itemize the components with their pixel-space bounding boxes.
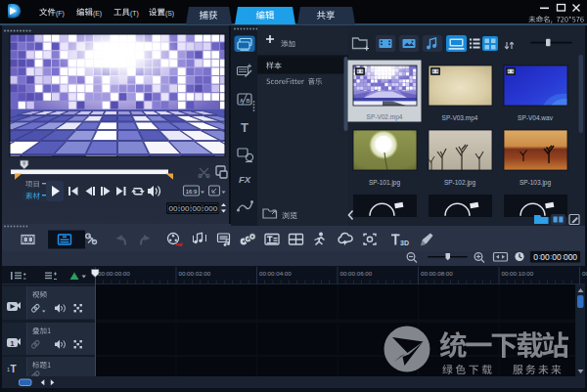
svg-text::: :: [538, 252, 540, 261]
svg-text:(E): (E): [93, 10, 102, 18]
svg-text:SP-V02.mp4: SP-V02.mp4: [367, 113, 403, 121]
svg-text:00:00:08:00: 00:00:08:00: [421, 270, 453, 277]
svg-text:00:00:00:00: 00:00:00:00: [98, 270, 130, 277]
svg-text::: :: [178, 204, 180, 213]
svg-text:0: 0: [533, 252, 538, 262]
svg-text:3D: 3D: [400, 240, 409, 246]
svg-text:SP-101.jpg: SP-101.jpg: [369, 179, 401, 187]
svg-text:SP-V04.wav: SP-V04.wav: [518, 114, 554, 121]
svg-text:00: 00: [181, 204, 190, 213]
svg-text:00: 00: [552, 252, 562, 262]
svg-text:00:00:06:00: 00:00:06:00: [340, 270, 373, 277]
svg-text:16:9: 16:9: [186, 189, 197, 195]
svg-text:(F): (F): [56, 10, 65, 18]
svg-text:00: 00: [193, 204, 202, 213]
svg-text:(S): (S): [165, 10, 174, 18]
svg-text:A: A: [240, 98, 244, 104]
svg-text:00:00:12:00: 00:00:12:00: [582, 270, 587, 277]
svg-text:000: 000: [204, 204, 218, 213]
svg-text:SP-103.jpg: SP-103.jpg: [519, 179, 552, 187]
svg-text:SP-V03.mp4: SP-V03.mp4: [442, 114, 478, 122]
svg-text:FX: FX: [239, 174, 251, 185]
svg-text:T: T: [11, 364, 17, 374]
svg-text::: :: [550, 252, 552, 261]
svg-text:T: T: [241, 120, 248, 135]
svg-text::: :: [562, 252, 564, 261]
svg-text:SP-102.jpg: SP-102.jpg: [444, 179, 476, 187]
svg-text:00: 00: [169, 204, 178, 213]
svg-text:00:00:10:00: 00:00:10:00: [502, 270, 534, 277]
svg-text:(T): (T): [130, 10, 139, 18]
svg-text::: :: [202, 204, 203, 213]
svg-text:00: 00: [540, 252, 550, 262]
svg-text:000: 000: [564, 252, 577, 262]
svg-text:1: 1: [11, 340, 15, 347]
svg-text:B: B: [247, 98, 250, 104]
svg-text:00:00:04:00: 00:00:04:00: [259, 270, 292, 277]
svg-text:00:00:02:00: 00:00:02:00: [179, 270, 211, 277]
svg-text::: :: [190, 204, 192, 213]
